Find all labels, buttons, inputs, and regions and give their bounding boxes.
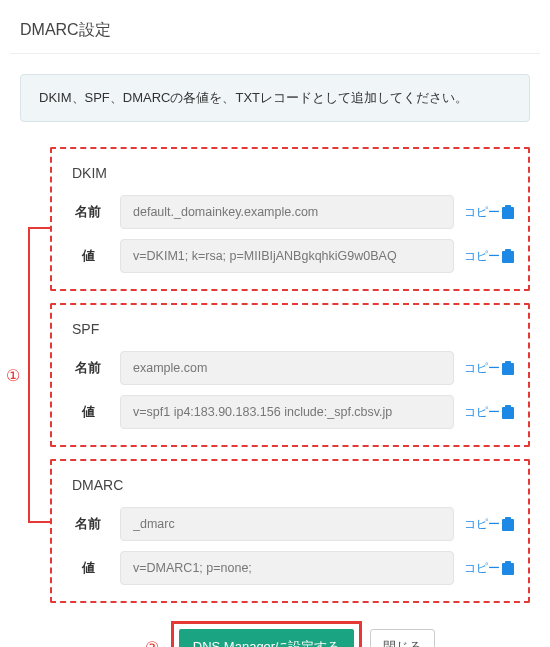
- copy-label: コピー: [464, 248, 500, 265]
- info-message: DKIM、SPF、DMARCの各値を、TXTレコードとして追加してください。: [20, 74, 530, 122]
- dmarc-value-field[interactable]: [120, 551, 454, 585]
- copy-dmarc-value-button[interactable]: コピー: [464, 560, 514, 577]
- clipboard-icon: [502, 561, 514, 575]
- dkim-name-label: 名前: [66, 203, 110, 221]
- dns-manager-set-button[interactable]: DNS Managerに設定する: [179, 629, 354, 647]
- copy-label: コピー: [464, 516, 500, 533]
- dkim-value-label: 値: [66, 247, 110, 265]
- copy-spf-value-button[interactable]: コピー: [464, 404, 514, 421]
- clipboard-icon: [502, 405, 514, 419]
- copy-dmarc-name-button[interactable]: コピー: [464, 516, 514, 533]
- annotation-one-bracket: ①: [10, 147, 50, 603]
- clipboard-icon: [502, 517, 514, 531]
- clipboard-icon: [502, 361, 514, 375]
- dmarc-value-label: 値: [66, 559, 110, 577]
- annotation-two-label: ②: [145, 638, 159, 648]
- spf-name-field[interactable]: [120, 351, 454, 385]
- dkim-section: DKIM 名前 コピー 値 コピー: [50, 147, 530, 291]
- dkim-name-field[interactable]: [120, 195, 454, 229]
- page-title: DMARC設定: [10, 20, 540, 54]
- copy-label: コピー: [464, 360, 500, 377]
- spf-name-label: 名前: [66, 359, 110, 377]
- copy-label: コピー: [464, 560, 500, 577]
- copy-dkim-value-button[interactable]: コピー: [464, 248, 514, 265]
- copy-dkim-name-button[interactable]: コピー: [464, 204, 514, 221]
- spf-value-label: 値: [66, 403, 110, 421]
- copy-label: コピー: [464, 204, 500, 221]
- dkim-value-field[interactable]: [120, 239, 454, 273]
- close-button[interactable]: 閉じる: [370, 629, 435, 647]
- spf-section: SPF 名前 コピー 値 コピー: [50, 303, 530, 447]
- dkim-title: DKIM: [72, 165, 514, 181]
- dmarc-name-label: 名前: [66, 515, 110, 533]
- spf-title: SPF: [72, 321, 514, 337]
- clipboard-icon: [502, 205, 514, 219]
- dmarc-section: DMARC 名前 コピー 値 コピー: [50, 459, 530, 603]
- copy-spf-name-button[interactable]: コピー: [464, 360, 514, 377]
- annotation-two-box: DNS Managerに設定する: [171, 621, 362, 647]
- dmarc-name-field[interactable]: [120, 507, 454, 541]
- annotation-one-label: ①: [6, 364, 20, 387]
- spf-value-field[interactable]: [120, 395, 454, 429]
- copy-label: コピー: [464, 404, 500, 421]
- clipboard-icon: [502, 249, 514, 263]
- dmarc-title: DMARC: [72, 477, 514, 493]
